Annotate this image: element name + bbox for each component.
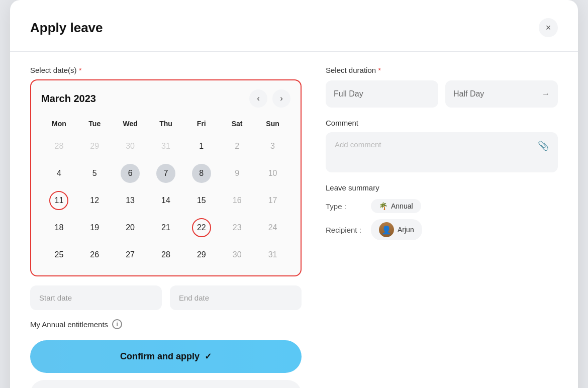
divider <box>10 51 578 52</box>
calendar-day[interactable]: 28 <box>41 133 77 160</box>
info-icon[interactable]: i <box>112 319 122 329</box>
modal-title: Apply leave <box>30 20 103 36</box>
cancel-button[interactable]: Cancel ✕ <box>30 380 302 388</box>
day-cell: 20 <box>121 218 140 237</box>
calendar-day[interactable]: 21 <box>148 214 184 241</box>
calendar-day[interactable]: 7 <box>148 160 184 187</box>
calendar-day[interactable]: 8 <box>183 160 219 187</box>
left-panel: Select date(s) * March 2023 ‹ › <box>30 66 302 388</box>
calendar-day[interactable]: 27 <box>113 241 148 268</box>
calendar-day[interactable]: 5 <box>77 160 113 187</box>
calendar-day[interactable]: 11 <box>41 187 77 214</box>
day-cell: 5 <box>85 164 104 183</box>
day-cell: 29 <box>192 245 211 264</box>
day-cell: 19 <box>85 218 104 237</box>
apply-leave-modal: Apply leave × Select date(s) * March 202… <box>10 0 578 388</box>
calendar-day[interactable]: 1 <box>183 133 219 160</box>
calendar-day[interactable]: 26 <box>77 241 113 268</box>
end-date-input[interactable]: End date <box>170 285 302 310</box>
dow-tue: Tue <box>77 117 113 133</box>
dow-sat: Sat <box>219 117 255 133</box>
half-day-label: Half Day <box>453 89 484 99</box>
day-cell: 10 <box>263 164 282 183</box>
calendar-day[interactable]: 3 <box>255 133 290 160</box>
calendar-day[interactable]: 19 <box>77 214 113 241</box>
calendar-day[interactable]: 10 <box>255 160 290 187</box>
day-cell: 28 <box>49 137 68 156</box>
day-cell: 15 <box>192 191 211 210</box>
day-cell: 29 <box>85 137 104 156</box>
comment-placeholder: Add comment <box>335 140 381 149</box>
calendar-day[interactable]: 12 <box>77 187 113 214</box>
calendar-day[interactable]: 30 <box>219 241 255 268</box>
recipient-name: Arjun <box>398 226 414 234</box>
day-cell: 31 <box>156 137 175 156</box>
day-cell: 6 <box>121 164 140 183</box>
calendar-day[interactable]: 25 <box>41 241 77 268</box>
day-cell: 4 <box>49 164 68 183</box>
calendar-day[interactable]: 13 <box>113 187 148 214</box>
calendar-day[interactable]: 20 <box>113 214 148 241</box>
duration-options: Full Day Half Day → <box>326 80 558 108</box>
calendar-day[interactable]: 28 <box>148 241 184 268</box>
prev-month-button[interactable]: ‹ <box>249 89 267 108</box>
calendar-day[interactable]: 14 <box>148 187 184 214</box>
leave-type-icon: 🌴 <box>379 202 387 210</box>
calendar-day[interactable]: 17 <box>255 187 290 214</box>
arrow-icon: → <box>542 89 550 99</box>
calendar-day[interactable]: 16 <box>219 187 255 214</box>
day-cell: 28 <box>156 245 175 264</box>
calendar-day[interactable]: 6 <box>113 160 148 187</box>
entitlements-label: My Annual entitlements <box>30 320 108 329</box>
half-day-option[interactable]: Half Day → <box>445 80 558 108</box>
avatar-face: 👤 <box>379 222 394 237</box>
full-day-option[interactable]: Full Day <box>326 80 438 108</box>
calendar-day[interactable]: 31 <box>148 133 184 160</box>
attach-icon[interactable]: 📎 <box>538 140 549 151</box>
day-cell: 16 <box>228 191 247 210</box>
recipient-key: Recipient : <box>326 226 366 234</box>
day-cell: 17 <box>263 191 282 210</box>
calendar-day[interactable]: 30 <box>113 133 148 160</box>
calendar-day[interactable]: 2 <box>219 133 255 160</box>
duration-label: Select duration * <box>326 66 558 74</box>
day-cell: 23 <box>228 218 247 237</box>
calendar-day[interactable]: 23 <box>219 214 255 241</box>
day-cell: 3 <box>263 137 282 156</box>
day-cell: 2 <box>228 137 247 156</box>
calendar-day[interactable]: 24 <box>255 214 290 241</box>
confirm-apply-button[interactable]: Confirm and apply ✓ <box>30 340 302 373</box>
calendar-header: March 2023 ‹ › <box>41 89 290 108</box>
dow-mon: Mon <box>41 117 77 133</box>
checkmark-icon: ✓ <box>205 351 212 362</box>
day-cell: 30 <box>228 245 247 264</box>
close-button[interactable]: × <box>539 18 558 37</box>
duration-required: * <box>378 66 381 74</box>
leave-type-row: Type : 🌴 Annual <box>326 199 558 213</box>
start-date-input[interactable]: Start date <box>30 285 162 310</box>
calendar-day[interactable]: 4 <box>41 160 77 187</box>
leave-type-value: Annual <box>391 202 413 210</box>
calendar-day[interactable]: 9 <box>219 160 255 187</box>
comment-box[interactable]: Add comment 📎 <box>326 132 558 172</box>
calendar-day[interactable]: 29 <box>183 241 219 268</box>
day-cell: 27 <box>121 245 140 264</box>
calendar-nav: ‹ › <box>249 89 290 108</box>
day-cell: 22 <box>192 218 211 237</box>
calendar-day[interactable]: 31 <box>255 241 290 268</box>
recipient-pill: 👤 Arjun <box>371 219 422 240</box>
calendar-day[interactable]: 29 <box>77 133 113 160</box>
calendar-day[interactable]: 22 <box>183 214 219 241</box>
required-indicator: * <box>79 66 82 74</box>
calendar-day[interactable]: 18 <box>41 214 77 241</box>
avatar: 👤 <box>379 222 394 237</box>
calendar-day[interactable]: 15 <box>183 187 219 214</box>
day-cell: 9 <box>228 164 247 183</box>
day-cell: 26 <box>85 245 104 264</box>
entitlements-row: My Annual entitlements i <box>30 319 302 329</box>
day-cell: 25 <box>49 245 68 264</box>
next-month-button[interactable]: › <box>272 89 290 108</box>
leave-type-pill: 🌴 Annual <box>371 199 421 213</box>
day-cell: 13 <box>121 191 140 210</box>
day-cell: 31 <box>263 245 282 264</box>
